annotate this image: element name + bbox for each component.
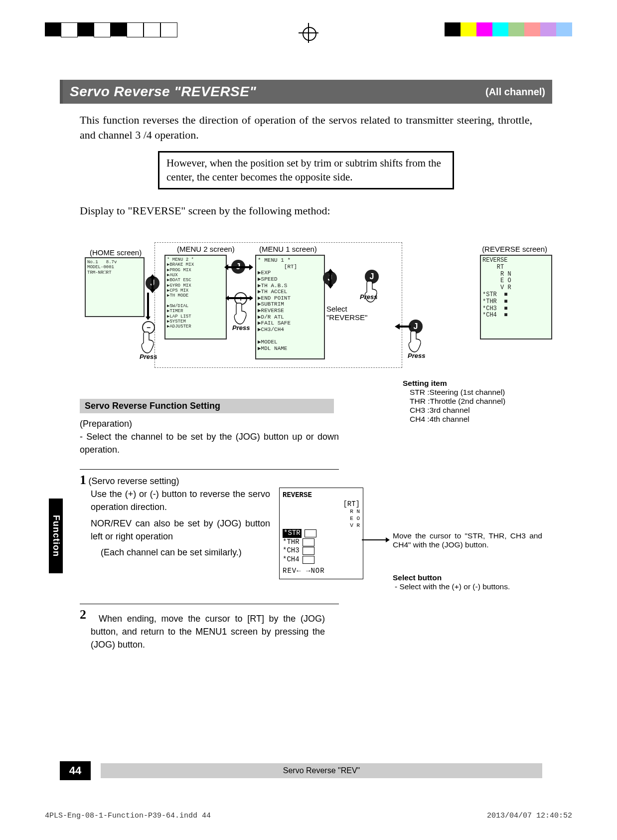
reverse-lcd-detail: REVERSE [RT] R N E O V R *STR *THR *CH3 … (279, 488, 363, 579)
step2-text: When ending, move the cursor to [RT] by … (91, 612, 325, 651)
setting-row-ch4: CH4 :4th channel (410, 415, 552, 424)
lr-arrow-small-icon (224, 295, 254, 301)
left-arrow-icon (394, 323, 412, 330)
footer-title: Servo Reverse "REV" (101, 763, 542, 778)
setting-row-str: STR :Steering (1st channel) (410, 388, 552, 397)
nav-diagram: (HOME screen) No.1 8.7v MODEL-0001 TRM-N… (60, 232, 552, 382)
setting-item-heading: Setting item (403, 379, 552, 388)
page-number: 44 (60, 761, 91, 780)
hand-icon-4 (141, 331, 155, 354)
imprint-line: 4PLS-Eng-08-1-Function-P39-64.indd 44 20… (45, 812, 572, 820)
lcd2-row-ch3: *CH3 (283, 546, 360, 555)
step1-p2: NOR/REV can also be set by (JOG) button … (91, 517, 270, 543)
imprint-right: 2013/04/07 12:40:52 (487, 812, 572, 820)
setting-row-ch3: CH3 :3rd channel (410, 406, 552, 415)
step1-p1: Use the (+) or (-) button to reverse the… (91, 488, 270, 513)
function-heading: Servo Reverse Function Setting (80, 399, 334, 413)
lcd2-row-thr: *THR (283, 538, 360, 547)
reverse-screen-label: (REVERSE screen) (482, 245, 547, 253)
registration-mark-icon (299, 23, 318, 43)
press-label-3: Press (232, 324, 250, 332)
lcd2-title: REVERSE (283, 491, 360, 500)
lcd2-row-ch4: *CH4 (283, 555, 360, 564)
section-title: Servo Reverse "REVERSE" (70, 84, 256, 100)
menu1-lcd: * MENU 1 * [RT] ▶EXP ▶SPEED ▶TH A.B.S ▶T… (255, 255, 325, 359)
updown-arrow-icon (140, 272, 165, 295)
display-instruction: Display to "REVERSE" screen by the follo… (80, 204, 532, 217)
press-label-4: Press (140, 353, 157, 360)
rule-1 (80, 469, 339, 470)
updown-arrow-icon-2 (319, 267, 342, 290)
step1-label: (Servo reverse setting) (88, 476, 179, 486)
step2-number: 2 (80, 607, 86, 622)
lcd2-foot: REV← →NOR (283, 567, 360, 576)
page-content: Servo Reverse "REVERSE" (All channel) Th… (60, 80, 552, 780)
cursor-arrow-icon (361, 536, 391, 542)
menu1-label: (MENU 1 screen) (259, 245, 317, 253)
lr-arrow-icon (223, 263, 254, 271)
home-lcd: No.1 8.7v MODEL-0001 TRM-NR□RT (85, 257, 145, 317)
cursor-hint: Move the cursor to "STR, THR, CH3 and CH… (393, 531, 542, 549)
reverse-lcd: REVERSE RT R N E O V R *STR ■ *THR ■ *CH… (480, 255, 552, 339)
side-tab-function: Function (49, 499, 63, 573)
setting-item-box: Setting item STR :Steering (1st channel)… (403, 379, 552, 424)
step1-number: 1 (80, 473, 86, 487)
colorbar-left (45, 22, 177, 37)
home-screen-label: (HOME screen) (90, 248, 142, 257)
lcd2-colhead: R N E O V R (283, 508, 360, 529)
down-arrow-icon (145, 291, 152, 321)
lcd2-rt: [RT] (283, 500, 360, 509)
select-reverse-label: Select "REVERSE" (326, 305, 367, 322)
press-label-1: Press (360, 293, 377, 301)
note-box: However, when the position set by trim o… (158, 151, 454, 189)
section-subtitle: (All channel) (485, 86, 545, 98)
section-title-bar: Servo Reverse "REVERSE" (All channel) (60, 80, 552, 104)
footer-bar: 44 Servo Reverse "REV" (60, 761, 552, 780)
menu2-lcd: * MENU 2 * ▶BRAKE MIX ▶PROG MIX ▶AUX ▶BO… (164, 255, 227, 339)
intro-paragraph: This function reverses the direction of … (80, 113, 532, 142)
select-button-heading: Select button (393, 573, 542, 582)
rule-2 (80, 604, 339, 604)
step-2: 2 When ending, move the cursor to [RT] b… (80, 607, 339, 651)
press-label-2: Press (408, 352, 425, 359)
menu2-label: (MENU 2 screen) (177, 245, 235, 253)
imprint-left: 4PLS-Eng-08-1-Function-P39-64.indd 44 (45, 812, 211, 820)
select-button-box: Select button - Select with the (+) or (… (393, 573, 542, 591)
setting-row-thr: THR :Throttle (2nd channel) (410, 397, 552, 406)
lcd2-row-str: *STR (283, 529, 360, 538)
hand-icon-3 (233, 302, 248, 325)
colorbar-right (445, 22, 572, 36)
hand-icon-2 (408, 330, 423, 353)
printer-marks (0, 10, 617, 35)
preparation-text: - Select the channel to be set by the (J… (80, 430, 339, 456)
select-button-text: - Select with the (+) or (-) buttons. (393, 582, 542, 591)
preparation-label: (Preparation) (80, 417, 339, 430)
